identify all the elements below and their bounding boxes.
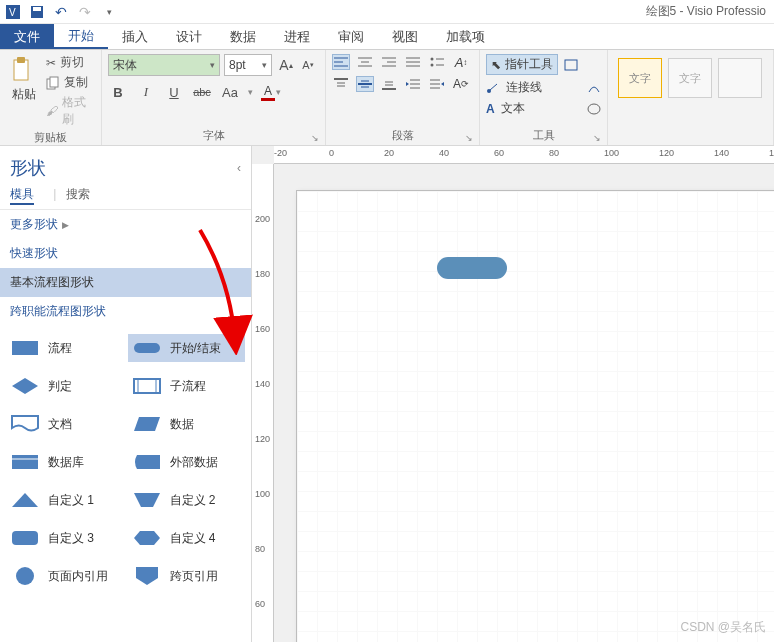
- more-shapes-item[interactable]: 更多形状▶: [0, 210, 251, 239]
- grow-font-button[interactable]: A▴: [276, 55, 296, 75]
- shape-document[interactable]: 文档: [6, 410, 124, 438]
- shape-label: 开始/结束: [170, 340, 221, 357]
- title-bar: V ↶ ↷ ▾ 绘图5 - Visio Professio: [0, 0, 774, 24]
- tab-review[interactable]: 审阅: [324, 24, 378, 49]
- tab-addins[interactable]: 加载项: [432, 24, 499, 49]
- freeform-tool-button[interactable]: [587, 82, 601, 94]
- align-left-button[interactable]: [332, 54, 350, 70]
- justify-button[interactable]: [404, 54, 422, 70]
- stencil-list: 更多形状▶ 快速形状 基本流程图形状 跨职能流程图形状: [0, 209, 251, 326]
- undo-icon[interactable]: ↶: [52, 3, 70, 21]
- style-gallery-item[interactable]: 文字: [618, 58, 662, 98]
- svg-rect-3: [33, 7, 41, 11]
- paste-button[interactable]: 粘贴: [6, 54, 42, 128]
- terminator-shape-instance[interactable]: [437, 257, 507, 279]
- shape-label: 跨页引用: [170, 568, 218, 585]
- shape-label: 文档: [48, 416, 72, 433]
- cut-button[interactable]: ✂剪切: [46, 54, 95, 71]
- quick-shapes-item[interactable]: 快速形状: [0, 239, 251, 268]
- style-gallery-item[interactable]: 文字: [668, 58, 712, 98]
- shrink-font-button[interactable]: A▾: [298, 55, 318, 75]
- shape-custom2[interactable]: 自定义 2: [128, 486, 246, 514]
- shape-subprocess[interactable]: 子流程: [128, 372, 246, 400]
- terminator-icon: [132, 338, 162, 358]
- shape-custom3[interactable]: 自定义 3: [6, 524, 124, 552]
- shape-data[interactable]: 数据: [128, 410, 246, 438]
- style-gallery-item[interactable]: [718, 58, 762, 98]
- increase-indent-button[interactable]: [428, 76, 446, 92]
- stencil-shapes: 流程 开始/结束 判定 子流程 文档 数据 数据库 外部数据 自定义 1 自定义…: [0, 326, 251, 598]
- shape-custom1[interactable]: 自定义 1: [6, 486, 124, 514]
- font-size-combo[interactable]: 8pt▾: [224, 54, 272, 76]
- font-color-button[interactable]: A ▾: [261, 84, 281, 101]
- svg-marker-55: [134, 493, 160, 507]
- shape-process[interactable]: 流程: [6, 334, 124, 362]
- grow-font-label: A: [279, 57, 288, 73]
- search-tab[interactable]: 搜索: [66, 187, 90, 201]
- save-icon[interactable]: [28, 3, 46, 21]
- pointer-tool-button[interactable]: ⬉指针工具: [486, 54, 558, 75]
- collapse-pane-icon[interactable]: ‹: [237, 161, 241, 175]
- align-center-button[interactable]: [356, 54, 374, 70]
- rectangle-tool-button[interactable]: [564, 59, 578, 71]
- text-tool-button[interactable]: 文本: [501, 100, 525, 117]
- svg-rect-46: [134, 343, 160, 353]
- stencil-tab[interactable]: 模具: [10, 187, 34, 205]
- bullets-button[interactable]: [428, 54, 446, 70]
- group-clipboard: 粘贴 ✂剪切 复制 🖌格式刷 剪贴板: [0, 50, 102, 145]
- pointer-label: 指针工具: [505, 56, 553, 73]
- ellipse-tool-button[interactable]: [587, 103, 601, 115]
- italic-button[interactable]: I: [136, 82, 156, 102]
- tab-home[interactable]: 开始: [54, 24, 108, 49]
- decrease-indent-button[interactable]: [404, 76, 422, 92]
- tab-view[interactable]: 视图: [378, 24, 432, 49]
- tab-design[interactable]: 设计: [162, 24, 216, 49]
- shape-offpage-ref[interactable]: 跨页引用: [128, 562, 246, 590]
- underline-button[interactable]: U: [164, 82, 184, 102]
- basic-flowchart-stencil[interactable]: 基本流程图形状: [0, 268, 251, 297]
- shape-external-data[interactable]: 外部数据: [128, 448, 246, 476]
- brush-icon: 🖌: [46, 104, 58, 118]
- shape-label: 判定: [48, 378, 72, 395]
- dialog-launcher-icon[interactable]: ↘: [311, 133, 319, 143]
- shrink-font-label: A: [302, 59, 309, 71]
- chevron-down-icon[interactable]: ▾: [248, 87, 253, 97]
- dialog-launcher-icon[interactable]: ↘: [593, 133, 601, 143]
- rotate-text-button[interactable]: A⟳: [452, 76, 470, 92]
- tab-process[interactable]: 进程: [270, 24, 324, 49]
- copy-button[interactable]: 复制: [46, 74, 95, 91]
- paste-icon: [10, 56, 38, 84]
- shape-database[interactable]: 数据库: [6, 448, 124, 476]
- shape-custom4[interactable]: 自定义 4: [128, 524, 246, 552]
- redo-icon[interactable]: ↷: [76, 3, 94, 21]
- ruler-tick: 200: [255, 214, 270, 224]
- shape-decision[interactable]: 判定: [6, 372, 124, 400]
- tab-data[interactable]: 数据: [216, 24, 270, 49]
- font-name-combo[interactable]: 宋体▾: [108, 54, 220, 76]
- bold-button[interactable]: B: [108, 82, 128, 102]
- drawing-page[interactable]: [296, 190, 774, 642]
- connector-tool-button[interactable]: 连接线: [506, 79, 542, 96]
- pointer-icon: ⬉: [491, 58, 501, 72]
- shape-terminator[interactable]: 开始/结束: [128, 334, 246, 362]
- align-bottom-button[interactable]: [380, 76, 398, 92]
- tab-insert[interactable]: 插入: [108, 24, 162, 49]
- align-middle-button[interactable]: [356, 76, 374, 92]
- chevron-right-icon: ▶: [62, 220, 69, 230]
- align-top-button[interactable]: [332, 76, 350, 92]
- dialog-launcher-icon[interactable]: ↘: [465, 133, 473, 143]
- connector-icon: [486, 82, 500, 94]
- horizontal-ruler: -20 0 20 40 60 80 100 120 140 160: [274, 146, 774, 164]
- text-direction-button[interactable]: A↕: [452, 54, 470, 70]
- shapes-pane: 形状 ‹ 模具 | 搜索 更多形状▶ 快速形状 基本流程图形状 跨职能流程图形状…: [0, 146, 252, 642]
- format-painter-button[interactable]: 🖌格式刷: [46, 94, 95, 128]
- align-right-button[interactable]: [380, 54, 398, 70]
- cross-functional-stencil[interactable]: 跨职能流程图形状: [0, 297, 251, 326]
- change-case-button[interactable]: Aa: [220, 82, 240, 102]
- drawing-canvas[interactable]: -20 0 20 40 60 80 100 120 140 160 200 18…: [252, 146, 774, 642]
- svg-rect-5: [17, 57, 25, 63]
- shape-onpage-ref[interactable]: 页面内引用: [6, 562, 124, 590]
- tab-file[interactable]: 文件: [0, 24, 54, 49]
- qat-dropdown-icon[interactable]: ▾: [100, 3, 118, 21]
- strikethrough-button[interactable]: abc: [192, 82, 212, 102]
